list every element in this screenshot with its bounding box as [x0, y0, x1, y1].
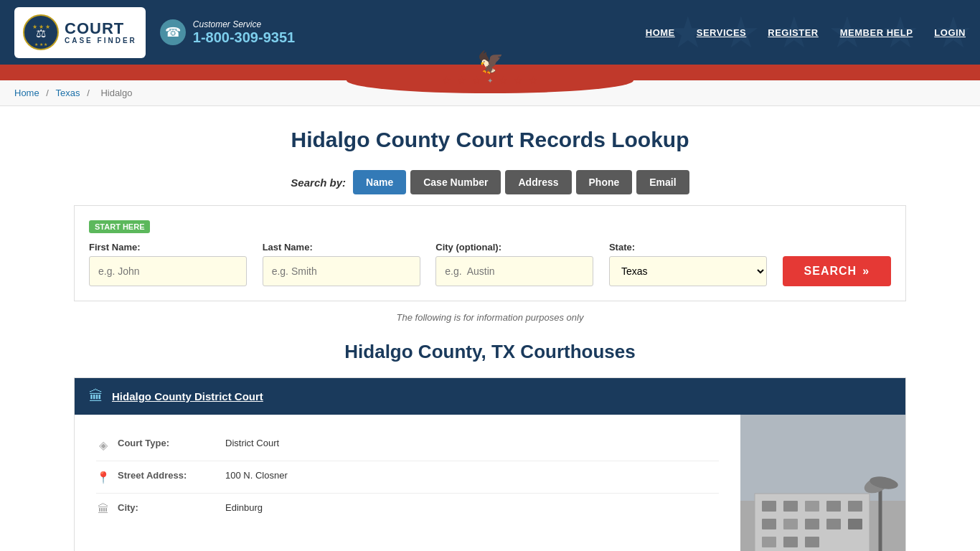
court-type-row: ◈ Court Type: District Court — [96, 429, 719, 461]
svg-rect-17 — [805, 519, 819, 529]
courthouse-name-link[interactable]: Hidalgo County District Court — [112, 390, 263, 402]
city-row: 🏛 City: Edinburg — [96, 494, 719, 524]
court-type-icon: ◈ — [96, 438, 110, 452]
logo-court-text: COURT — [65, 21, 124, 37]
nav-member-help[interactable]: MEMBER HELP — [840, 27, 913, 38]
courthouse-image — [740, 415, 905, 551]
search-form: START HERE First Name: Last Name: City (… — [74, 205, 906, 301]
svg-rect-15 — [762, 519, 776, 529]
site-logo[interactable]: ★ ★ ★ ⚖ ★ ★ ★ COURT CASE FINDER — [14, 7, 146, 58]
city-label-detail: City: — [118, 502, 218, 513]
main-nav: HOME SERVICES REGISTER MEMBER HELP LOGIN — [646, 27, 966, 38]
search-button[interactable]: SEARCH » — [783, 256, 891, 286]
nav-home[interactable]: HOME — [646, 27, 675, 38]
star-5: ★ — [514, 75, 523, 86]
phone-text-block: Customer Service 1-800-309-9351 — [193, 19, 295, 46]
svg-rect-18 — [826, 519, 841, 529]
street-address-value: 100 N. Closner — [225, 470, 288, 481]
street-address-label: Street Address: — [118, 470, 218, 481]
breadcrumb-sep-1: / — [46, 88, 51, 98]
svg-text:⚖: ⚖ — [36, 27, 46, 39]
tab-name[interactable]: Name — [353, 170, 406, 194]
courthouses-title: Hidalgo County, TX Courthouses — [74, 341, 906, 363]
nav-services[interactable]: SERVICES — [697, 27, 747, 38]
star-4: ★ — [499, 75, 508, 86]
courthouse-body: ◈ Court Type: District Court 📍 Street Ad… — [75, 415, 905, 551]
svg-rect-22 — [805, 537, 819, 547]
city-label: City (optional): — [435, 242, 598, 253]
red-banner: 🦅 ★ ★ ★ ✦ ★ ★ ★ — [0, 65, 980, 80]
last-name-field-group: Last Name: — [263, 242, 425, 286]
main-content: Hidalgo County Court Records Lookup Sear… — [60, 106, 920, 551]
first-name-input[interactable] — [89, 256, 247, 286]
svg-rect-11 — [783, 501, 798, 512]
star-2: ★ — [457, 75, 466, 86]
eagle-banner: 🦅 ★ ★ ★ ✦ ★ ★ ★ — [442, 52, 538, 86]
breadcrumb-state[interactable]: Texas — [56, 88, 80, 98]
star-1: ★ — [442, 75, 451, 86]
info-notice: The following is for information purpose… — [74, 312, 906, 323]
search-button-chevrons: » — [862, 265, 870, 278]
breadcrumb-sep-2: / — [87, 88, 92, 98]
nav-register[interactable]: REGISTER — [768, 27, 818, 38]
eagle-icon: 🦅 — [477, 52, 504, 73]
courthouse-info: ◈ Court Type: District Court 📍 Street Ad… — [75, 415, 740, 551]
search-by-row: Search by: Name Case Number Address Phon… — [74, 170, 906, 194]
svg-rect-21 — [783, 537, 798, 547]
breadcrumb-home[interactable]: Home — [14, 88, 39, 98]
svg-rect-19 — [848, 519, 862, 529]
header-phone: ☎ Customer Service 1-800-309-9351 — [160, 19, 295, 46]
tab-case-number[interactable]: Case Number — [410, 170, 501, 194]
court-type-value: District Court — [225, 438, 279, 448]
city-icon: 🏛 — [96, 503, 110, 516]
city-value: Edinburg — [225, 502, 263, 513]
search-button-label: SEARCH — [804, 265, 857, 278]
courthouse-building-icon: 🏛 — [89, 388, 103, 405]
phone-number: 1-800-309-9351 — [193, 29, 295, 46]
banner-stars: ★ ★ ★ ✦ ★ ★ ★ — [442, 75, 538, 86]
phone-icon: ☎ — [160, 19, 186, 45]
star-3: ★ — [472, 75, 481, 86]
start-here-badge: START HERE — [89, 220, 150, 233]
svg-rect-20 — [762, 537, 776, 547]
svg-rect-13 — [826, 501, 841, 512]
state-select[interactable]: Texas — [609, 256, 767, 286]
court-type-label: Court Type: — [118, 438, 218, 448]
courthouse-card: 🏛 Hidalgo County District Court ◈ Court … — [74, 377, 906, 551]
breadcrumb-county: Hidalgo — [100, 88, 132, 98]
svg-text:★ ★ ★: ★ ★ ★ — [34, 42, 47, 47]
first-name-field-group: First Name: — [89, 242, 252, 286]
logo-case-finder-text: CASE FINDER — [65, 37, 137, 44]
tab-email[interactable]: Email — [636, 170, 689, 194]
star-6: ★ — [529, 75, 538, 86]
state-label: State: — [609, 242, 772, 253]
address-icon: 📍 — [96, 471, 110, 484]
city-field-group: City (optional): — [435, 242, 598, 286]
tab-address[interactable]: Address — [505, 170, 571, 194]
svg-rect-14 — [848, 501, 862, 512]
street-address-row: 📍 Street Address: 100 N. Closner — [96, 461, 719, 494]
city-input[interactable] — [435, 256, 593, 286]
svg-rect-16 — [783, 519, 798, 529]
state-field-group: State: Texas — [609, 242, 772, 286]
nav-login[interactable]: LOGIN — [934, 27, 966, 38]
svg-rect-10 — [762, 501, 776, 512]
svg-rect-12 — [805, 501, 819, 512]
logo-text: COURT CASE FINDER — [65, 21, 137, 44]
courthouse-header: 🏛 Hidalgo County District Court — [75, 378, 905, 415]
page-title: Hidalgo County Court Records Lookup — [74, 128, 906, 152]
first-name-label: First Name: — [89, 242, 252, 253]
form-fields: First Name: Last Name: City (optional): … — [89, 242, 891, 286]
tab-phone[interactable]: Phone — [576, 170, 633, 194]
logo-emblem: ★ ★ ★ ⚖ ★ ★ ★ — [23, 13, 59, 52]
star-divider: ✦ — [487, 77, 493, 85]
last-name-label: Last Name: — [263, 242, 425, 253]
last-name-input[interactable] — [263, 256, 420, 286]
search-by-label: Search by: — [291, 176, 346, 189]
courthouse-building-svg — [740, 415, 905, 551]
header-left: ★ ★ ★ ⚖ ★ ★ ★ COURT CASE FINDER ☎ Custom… — [14, 7, 295, 58]
phone-label: Customer Service — [193, 19, 295, 29]
